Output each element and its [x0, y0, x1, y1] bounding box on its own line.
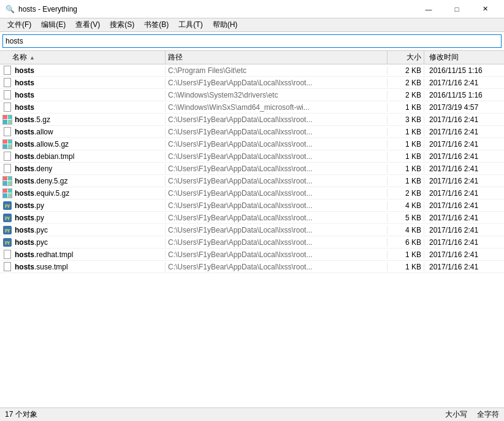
maximize-button[interactable]: □ [443, 0, 471, 18]
file-size-cell: 1 KB [388, 103, 424, 112]
file-size-cell: 2 KB [388, 91, 424, 99]
table-row[interactable]: hosts.debian.tmplC:\Users\F1yBear\AppDat… [0, 150, 504, 163]
file-size-cell: 5 KB [388, 214, 424, 222]
file-name-cell: hosts.debian.tmpl [0, 152, 166, 161]
file-icon: py [2, 213, 12, 223]
file-path-cell: C:\Users\F1yBear\AppData\Local\lxss\root… [166, 128, 388, 136]
file-name-cell: hosts [0, 78, 166, 88]
file-size-cell: 1 KB [388, 140, 424, 149]
window-title: hosts - Everything [18, 5, 414, 14]
table-row[interactable]: hosts.allow.5.gzC:\Users\F1yBear\AppData… [0, 138, 504, 150]
file-name-cell: hosts [0, 66, 166, 75]
file-modified-cell: 2017/1/16 2:41 [424, 128, 504, 136]
menu-item-edit[interactable]: 编辑(E) [36, 18, 71, 32]
file-icon [2, 78, 12, 88]
table-row[interactable]: hostsC:\Windows\WinSxS\amd64_microsoft-w… [0, 101, 504, 114]
file-name-cell: hosts.deny.5.gz [0, 176, 166, 186]
file-name-cell: pyhosts.py [0, 201, 166, 210]
titlebar: 🔍 hosts - Everything — □ ✕ [0, 0, 504, 18]
col-header-modified[interactable]: 修改时间 [424, 51, 504, 64]
file-modified-cell: 2017/1/16 2:41 [424, 189, 504, 198]
table-row[interactable]: hostsC:\Program Files\Git\etc2 KB2016/11… [0, 64, 504, 77]
table-row[interactable]: pyhosts.pycC:\Users\F1yBear\AppData\Loca… [0, 236, 504, 249]
size-toggle[interactable]: 大小写 [445, 409, 467, 420]
file-modified-cell: 2017/1/16 2:41 [424, 238, 504, 247]
search-input[interactable] [2, 34, 502, 48]
file-icon [2, 262, 12, 272]
file-modified-cell: 2017/1/16 2:41 [424, 140, 504, 149]
file-icon [2, 66, 12, 75]
file-modified-cell: 2017/1/16 2:41 [424, 164, 504, 173]
file-name-cell: hosts [0, 102, 166, 112]
table-row[interactable]: pyhosts.pyC:\Users\F1yBear\AppData\Local… [0, 212, 504, 224]
app-icon: 🔍 [5, 4, 15, 14]
file-modified-cell: 2017/1/16 2:41 [424, 201, 504, 210]
menu-item-file[interactable]: 文件(F) [2, 18, 36, 32]
file-modified-cell: 2017/1/16 2:41 [424, 250, 504, 259]
menubar: 文件(F)编辑(E)查看(V)搜索(S)书签(B)工具(T)帮助(H) [0, 18, 504, 32]
menu-item-bookmarks[interactable]: 书签(B) [139, 18, 174, 32]
table-row[interactable]: hosts.suse.tmplC:\Users\F1yBear\AppData\… [0, 261, 504, 273]
menu-item-view[interactable]: 查看(V) [71, 18, 105, 32]
file-size-cell: 1 KB [388, 263, 424, 271]
column-header: 名称 ▲ 路径 大小 修改时间 [0, 51, 504, 64]
file-path-cell: C:\Windows\System32\drivers\etc [166, 91, 388, 99]
file-size-cell: 4 KB [388, 201, 424, 210]
file-size-cell: 1 KB [388, 128, 424, 136]
file-size-cell: 1 KB [388, 250, 424, 259]
menu-item-tools[interactable]: 工具(T) [174, 18, 207, 32]
file-icon: py [2, 238, 12, 247]
sort-arrow: ▲ [29, 55, 35, 61]
col-header-name[interactable]: 名称 ▲ [0, 51, 166, 64]
file-size-cell: 1 KB [388, 152, 424, 161]
file-icon [2, 176, 12, 186]
file-modified-cell: 2017/1/16 2:41 [424, 226, 504, 234]
file-icon: py [2, 225, 12, 235]
file-modified-cell: 2016/11/15 1:16 [424, 66, 504, 75]
file-list: hostsC:\Program Files\Git\etc2 KB2016/11… [0, 64, 504, 407]
window-controls: — □ ✕ [414, 0, 499, 18]
file-path-cell: C:\Users\F1yBear\AppData\Local\lxss\root… [166, 140, 388, 149]
file-size-cell: 2 KB [388, 79, 424, 87]
file-modified-cell: 2017/1/16 2:41 [424, 214, 504, 222]
file-name-cell: hosts.allow.5.gz [0, 139, 166, 149]
file-path-cell: C:\Program Files\Git\etc [166, 66, 388, 75]
table-row[interactable]: pyhosts.pyC:\Users\F1yBear\AppData\Local… [0, 199, 504, 212]
file-path-cell: C:\Users\F1yBear\AppData\Local\lxss\root… [166, 214, 388, 222]
file-path-cell: C:\Users\F1yBear\AppData\Local\lxss\root… [166, 238, 388, 247]
file-modified-cell: 2017/1/16 2:41 [424, 263, 504, 271]
file-name-cell: hosts.deny [0, 164, 166, 174]
menu-item-help[interactable]: 帮助(H) [208, 18, 243, 32]
table-row[interactable]: hosts.equiv.5.gzC:\Users\F1yBear\AppData… [0, 187, 504, 199]
file-size-cell: 2 KB [388, 66, 424, 75]
menu-item-search[interactable]: 搜索(S) [105, 18, 139, 32]
file-icon [2, 102, 12, 112]
file-name-cell: hosts.allow [0, 127, 166, 137]
file-icon: py [2, 201, 12, 210]
file-path-cell: C:\Users\F1yBear\AppData\Local\lxss\root… [166, 250, 388, 259]
table-row[interactable]: hosts.allowC:\Users\F1yBear\AppData\Loca… [0, 126, 504, 138]
table-row[interactable]: pyhosts.pycC:\Users\F1yBear\AppData\Loca… [0, 224, 504, 236]
file-name-cell: hosts [0, 90, 166, 100]
close-button[interactable]: ✕ [471, 0, 499, 18]
table-row[interactable]: hosts.denyC:\Users\F1yBear\AppData\Local… [0, 163, 504, 175]
table-row[interactable]: hostsC:\Windows\System32\drivers\etc2 KB… [0, 89, 504, 101]
table-row[interactable]: hostsC:\Users\F1yBear\AppData\Local\lxss… [0, 77, 504, 89]
fullchar-toggle[interactable]: 全字符 [477, 409, 499, 420]
col-header-path[interactable]: 路径 [166, 51, 388, 64]
table-row[interactable]: hosts.redhat.tmplC:\Users\F1yBear\AppDat… [0, 249, 504, 261]
file-path-cell: C:\Users\F1yBear\AppData\Local\lxss\root… [166, 189, 388, 198]
table-row[interactable]: hosts.5.gzC:\Users\F1yBear\AppData\Local… [0, 114, 504, 126]
file-size-cell: 4 KB [388, 226, 424, 234]
file-icon [2, 127, 12, 137]
file-size-cell: 2 KB [388, 189, 424, 198]
file-name-cell: hosts.suse.tmpl [0, 262, 166, 272]
col-header-size[interactable]: 大小 [388, 51, 424, 64]
file-modified-cell: 2017/3/19 4:57 [424, 103, 504, 112]
table-row[interactable]: hosts.deny.5.gzC:\Users\F1yBear\AppData\… [0, 175, 504, 187]
file-name-cell: hosts.equiv.5.gz [0, 188, 166, 198]
file-path-cell: C:\Users\F1yBear\AppData\Local\lxss\root… [166, 201, 388, 210]
minimize-button[interactable]: — [414, 0, 443, 18]
file-size-cell: 6 KB [388, 238, 424, 247]
file-path-cell: C:\Windows\WinSxS\amd64_microsoft-wi... [166, 103, 388, 112]
